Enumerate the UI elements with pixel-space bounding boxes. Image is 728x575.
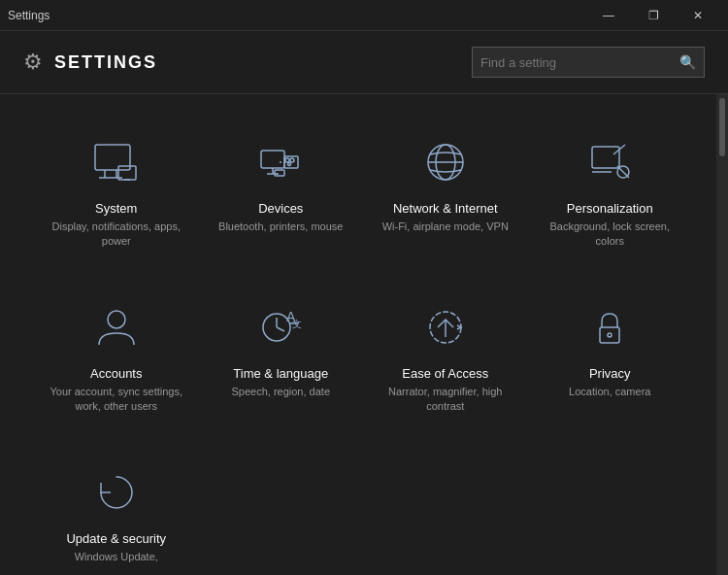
settings-item-update[interactable]: Update & security Windows Update, bbox=[39, 444, 194, 575]
svg-rect-10 bbox=[275, 170, 284, 176]
search-box[interactable]: 🔍 bbox=[472, 47, 705, 78]
svg-point-12 bbox=[285, 158, 289, 162]
item-title-personalization: Personalization bbox=[567, 201, 653, 216]
content-wrapper: System Display, notifications, apps, pow… bbox=[0, 94, 728, 575]
title-bar-left: Settings bbox=[8, 9, 50, 22]
item-desc-privacy: Location, camera bbox=[569, 385, 650, 399]
update-icon bbox=[87, 463, 146, 522]
svg-rect-6 bbox=[261, 151, 284, 168]
title-bar: Settings — ❐ ✕ bbox=[0, 0, 728, 31]
devices-icon bbox=[251, 133, 310, 191]
ease-icon bbox=[416, 298, 475, 356]
item-title-ease: Ease of Access bbox=[402, 366, 488, 381]
maximize-button[interactable]: ❐ bbox=[631, 0, 676, 31]
settings-item-devices[interactable]: Devices Bluetooth, printers, mouse bbox=[204, 114, 359, 269]
network-icon bbox=[416, 133, 475, 191]
close-button[interactable]: ✕ bbox=[676, 0, 720, 31]
system-icon bbox=[87, 133, 146, 191]
page-title: SETTINGS bbox=[54, 52, 157, 73]
search-input[interactable] bbox=[480, 55, 676, 70]
personalization-icon bbox=[580, 133, 639, 191]
item-title-privacy: Privacy bbox=[589, 366, 631, 381]
accounts-icon bbox=[87, 298, 146, 356]
scrollbar[interactable] bbox=[716, 94, 728, 575]
svg-rect-18 bbox=[592, 147, 619, 168]
settings-grid: System Display, notifications, apps, pow… bbox=[39, 114, 687, 575]
settings-item-time[interactable]: A文 Time & language Speech, region, date bbox=[204, 279, 359, 434]
item-desc-network: Wi-Fi, airplane mode, VPN bbox=[382, 220, 509, 234]
scrollbar-thumb[interactable] bbox=[719, 98, 725, 156]
settings-item-accounts[interactable]: Accounts Your account, sync settings, wo… bbox=[39, 279, 194, 434]
item-desc-ease: Narrator, magnifier, high contrast bbox=[378, 385, 513, 415]
item-desc-update: Windows Update, bbox=[75, 550, 158, 564]
content-area: System Display, notifications, apps, pow… bbox=[0, 94, 716, 575]
svg-point-13 bbox=[290, 158, 294, 162]
svg-point-33 bbox=[608, 333, 612, 337]
minimize-button[interactable]: — bbox=[586, 0, 631, 31]
title-bar-title: Settings bbox=[8, 9, 50, 22]
svg-line-26 bbox=[277, 327, 284, 331]
item-title-time: Time & language bbox=[233, 366, 328, 381]
settings-item-ease[interactable]: Ease of Access Narrator, magnifier, high… bbox=[368, 279, 523, 434]
item-title-accounts: Accounts bbox=[90, 366, 142, 381]
item-title-devices: Devices bbox=[258, 201, 303, 216]
item-desc-system: Display, notifications, apps, power bbox=[49, 220, 184, 250]
item-title-network: Network & Internet bbox=[393, 201, 498, 216]
item-desc-accounts: Your account, sync settings, work, other… bbox=[49, 385, 184, 415]
header-left: ⚙ SETTINGS bbox=[23, 50, 157, 75]
item-title-system: System bbox=[95, 201, 137, 216]
item-desc-time: Speech, region, date bbox=[231, 385, 330, 399]
search-icon: 🔍 bbox=[679, 54, 696, 70]
settings-item-system[interactable]: System Display, notifications, apps, pow… bbox=[39, 114, 194, 269]
item-desc-personalization: Background, lock screen, colors bbox=[543, 220, 678, 250]
item-title-update: Update & security bbox=[66, 531, 166, 546]
header: ⚙ SETTINGS 🔍 bbox=[0, 31, 728, 94]
settings-item-privacy[interactable]: Privacy Location, camera bbox=[533, 279, 688, 434]
time-icon: A文 bbox=[251, 298, 310, 356]
settings-item-network[interactable]: Network & Internet Wi-Fi, airplane mode,… bbox=[368, 114, 523, 269]
svg-point-14 bbox=[288, 163, 291, 166]
title-bar-controls: — ❐ ✕ bbox=[586, 0, 720, 31]
svg-rect-32 bbox=[600, 327, 619, 343]
privacy-icon bbox=[580, 298, 639, 356]
settings-item-personalization[interactable]: Personalization Background, lock screen,… bbox=[533, 114, 688, 269]
gear-icon: ⚙ bbox=[23, 50, 43, 75]
svg-point-23 bbox=[108, 311, 125, 328]
item-desc-devices: Bluetooth, printers, mouse bbox=[218, 220, 343, 234]
